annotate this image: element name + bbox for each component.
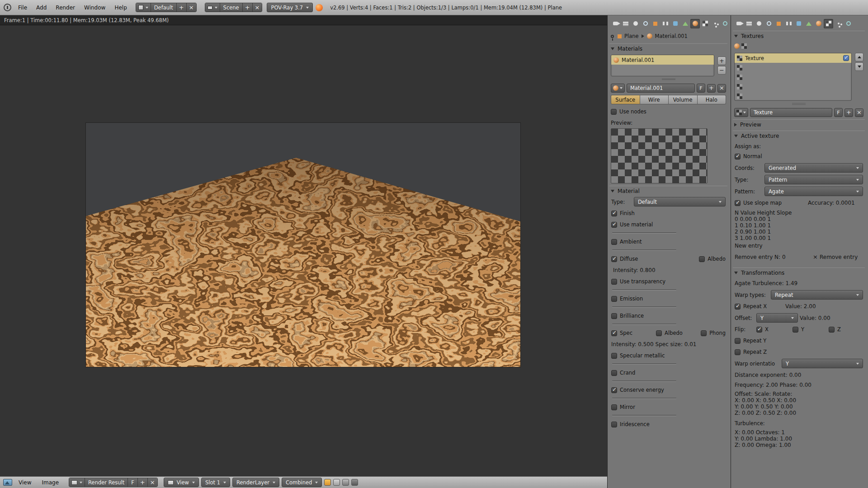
slope-field[interactable]: 1 — [768, 235, 771, 241]
clear-icon[interactable] — [813, 254, 818, 260]
image-name[interactable]: Render Result — [85, 478, 128, 487]
scale-y-field[interactable]: Y: 0.50 — [755, 404, 773, 410]
tab-material[interactable] — [690, 19, 700, 28]
tab-render[interactable] — [734, 19, 744, 28]
texture-slot-empty[interactable] — [735, 82, 851, 91]
tab-texture[interactable] — [824, 19, 833, 28]
draw-channel-alpha-icon[interactable] — [342, 479, 349, 486]
normal-checkbox[interactable]: Normal — [735, 153, 762, 160]
transformations-panel-header[interactable]: Transformations — [733, 267, 865, 277]
diffuse-checkbox[interactable]: Diffuse — [611, 256, 697, 262]
textures-panel-header[interactable]: Textures — [733, 31, 865, 41]
offset-axis-dropdown[interactable]: Y — [756, 313, 798, 323]
menu-window[interactable]: Window — [80, 3, 109, 12]
tab-render-layers[interactable] — [744, 19, 754, 28]
info-editor-icon[interactable] — [4, 4, 11, 11]
remove-material-slot-button[interactable] — [717, 66, 726, 75]
add-screen-button[interactable] — [177, 3, 187, 12]
brilliance-checkbox[interactable]: Brilliance — [611, 313, 644, 319]
value-field[interactable]: 0.00 — [740, 216, 752, 222]
height-field[interactable]: 0.00 — [754, 235, 766, 241]
tab-constraints[interactable] — [660, 19, 670, 28]
offset-y-field[interactable]: Y: 0.00 — [735, 404, 753, 410]
material-panel-header[interactable]: Material — [609, 186, 727, 196]
scale-z-field[interactable]: Z: 0.50 — [756, 410, 775, 416]
lambda-field[interactable]: Lambda: 1.00 — [755, 436, 792, 442]
render-engine-selector[interactable]: POV-Ray 3.7 — [267, 3, 313, 12]
turbulence-z-field[interactable]: Z: 0.00 — [735, 442, 754, 448]
texture-name-field[interactable]: Texture — [750, 108, 832, 117]
flip-z-checkbox[interactable]: Z — [829, 326, 863, 333]
texture-context-texture-button[interactable] — [741, 43, 747, 50]
texture-slot-empty[interactable] — [735, 63, 851, 72]
list-resize-grip[interactable] — [792, 103, 806, 105]
repeat-z-checkbox[interactable]: Repeat Z — [735, 349, 767, 355]
menu-add[interactable]: Add — [32, 3, 51, 12]
menu-render[interactable]: Render — [52, 3, 79, 12]
tab-particles[interactable] — [710, 19, 720, 28]
coords-dropdown[interactable]: Generated — [764, 163, 863, 173]
ambient-checkbox[interactable]: Ambient — [611, 239, 642, 245]
offset-x-field[interactable]: X: 0.00 — [735, 397, 754, 404]
value-field[interactable]: 1.00 — [740, 235, 752, 241]
unlink-texture-button[interactable] — [855, 108, 863, 117]
tab-render-layers[interactable] — [621, 19, 630, 28]
move-texture-up-button[interactable] — [855, 53, 863, 61]
slope-field[interactable]: 1 — [768, 222, 771, 229]
new-image-button[interactable] — [138, 478, 148, 487]
rotate-x-field[interactable]: X: 0.00 — [777, 397, 796, 404]
remove-entry-n-slider[interactable]: Remove entry N: 0 — [735, 254, 811, 260]
tab-object[interactable] — [774, 19, 783, 28]
menu-view[interactable]: View — [14, 478, 35, 487]
material-slot-item[interactable]: Material.001 — [611, 55, 714, 65]
tab-texture[interactable] — [700, 19, 710, 28]
slope-field[interactable]: 1 — [768, 229, 771, 235]
shading-wire-button[interactable]: Wire — [640, 95, 669, 104]
remove-entry-button[interactable]: Remove entry — [820, 254, 863, 260]
texture-slot-empty[interactable] — [735, 91, 851, 101]
tab-scene[interactable] — [631, 19, 640, 28]
delete-screen-button[interactable] — [187, 3, 196, 12]
tab-world[interactable] — [641, 19, 650, 28]
slot-selector[interactable]: Slot 1 — [201, 478, 230, 487]
menu-help[interactable]: Help — [110, 3, 131, 12]
flip-x-checkbox[interactable]: X — [756, 326, 791, 333]
tab-constraints[interactable] — [784, 19, 793, 28]
use-material-checkbox[interactable]: Use material — [611, 221, 653, 228]
offset-value-field[interactable]: Value: 0.00 — [800, 315, 863, 321]
material-name-field[interactable]: Material.001 — [627, 84, 695, 93]
crand-checkbox[interactable]: Crand — [611, 370, 635, 376]
spec-size-field[interactable]: Spec size: 0.01 — [656, 341, 726, 347]
material-slot-empty[interactable] — [611, 65, 714, 74]
height-field[interactable]: 1.00 — [754, 222, 766, 229]
image-browse-button[interactable] — [69, 478, 85, 487]
render-layer-selector[interactable]: RenderLayer — [232, 478, 279, 487]
tab-scene[interactable] — [754, 19, 764, 28]
unlink-image-button[interactable] — [148, 478, 157, 487]
breadcrumb-object[interactable]: Plane — [624, 33, 639, 39]
draw-channel-zbuffer-icon[interactable] — [351, 479, 358, 486]
tab-modifiers[interactable] — [794, 19, 803, 28]
move-texture-down-button[interactable] — [855, 62, 863, 71]
image-editor-canvas[interactable] — [0, 25, 607, 476]
texture-fake-user-button[interactable]: F — [834, 108, 843, 117]
repeat-x-checkbox[interactable]: Repeat X — [735, 303, 783, 310]
repeat-x-value-field[interactable]: Value: 2.00 — [785, 303, 863, 310]
screen-layout-name[interactable]: Default — [151, 3, 177, 12]
tab-modifiers[interactable] — [670, 19, 680, 28]
spec-intensity-slider[interactable]: Intensity: 0.500 — [611, 341, 654, 347]
offset-z-field[interactable]: Z: 0.00 — [735, 410, 754, 416]
tab-physics[interactable] — [844, 19, 853, 28]
tab-world[interactable] — [764, 19, 774, 28]
value-field[interactable]: 0.10 — [740, 222, 752, 229]
flip-y-checkbox[interactable]: Y — [793, 326, 827, 333]
distance-exponent-slider[interactable]: Distance exponent: 0.00 — [735, 372, 863, 378]
screen-browse-button[interactable] — [136, 3, 151, 12]
texture-enabled-checkbox[interactable] — [843, 55, 849, 61]
texture-browse-button[interactable] — [734, 108, 748, 117]
texture-slot-empty[interactable] — [735, 72, 851, 82]
pattern-dropdown[interactable]: Agate — [764, 187, 863, 196]
warp-types-dropdown[interactable]: Repeat — [771, 290, 863, 300]
texture-context-material-button[interactable] — [734, 43, 740, 50]
value-field[interactable]: 0.90 — [740, 229, 752, 235]
